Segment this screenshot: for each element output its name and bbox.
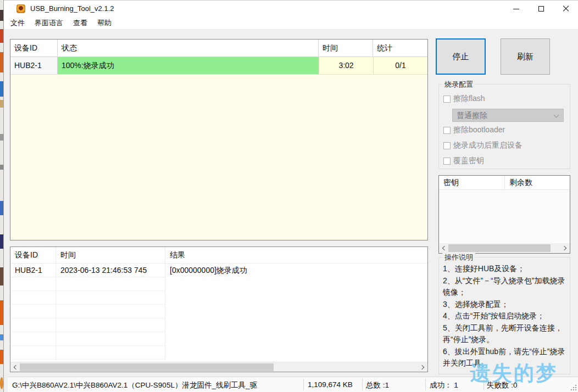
checkbox-reboot-after-success[interactable]: 烧录成功后重启设备 (443, 141, 523, 150)
burn-status-cell: 100%:烧录成功 (58, 57, 319, 74)
erase-mode-value: 普通擦除 (457, 111, 487, 120)
scrollbar-thumb[interactable] (20, 363, 274, 371)
device-table-header: 设备ID 状态 时间 统计 (10, 40, 427, 57)
usb-burning-tool-window: USB_Burning_Tool_v2.1.2 文件 界面语言 查看 帮助 设备… (0, 0, 578, 392)
status-total-count: 总数 :1 (366, 380, 389, 390)
erase-mode-select[interactable]: 普通擦除 (452, 109, 564, 122)
log-empty-row (10, 346, 427, 360)
menu-view[interactable]: 查看 (70, 17, 91, 29)
col-result: 结果 (165, 247, 427, 263)
checkbox-icon (443, 127, 451, 134)
log-empty-row (10, 318, 427, 332)
device-progress-table: 设备ID 状态 时间 统计 HUB2-1 100%:烧录成功 3:02 0/1 (10, 39, 428, 240)
app-icon (16, 4, 25, 13)
col-device-id: 设备ID (10, 40, 58, 57)
checkbox-erase-bootloader[interactable]: 擦除bootloader (443, 125, 505, 135)
refresh-button[interactable]: 刷新 (501, 38, 550, 75)
scroll-left-icon[interactable] (10, 362, 20, 372)
checkbox-erase-flash[interactable]: 擦除flash (443, 94, 485, 104)
checkbox-overwrite-key[interactable]: 覆盖密钥 (443, 156, 484, 166)
burn-stats-cell: 0/1 (373, 57, 427, 74)
scroll-left-icon[interactable] (439, 243, 448, 253)
col-remaining: 剩余数 (505, 176, 532, 189)
key-table-header: 密钥 剩余数 (439, 176, 570, 190)
menu-help[interactable]: 帮助 (94, 17, 115, 29)
instruction-line: 3、选择烧录配置； (443, 299, 568, 311)
log-table-hscrollbar[interactable] (10, 362, 427, 372)
col-stats: 统计 (373, 40, 427, 57)
menu-file[interactable]: 文件 (7, 17, 28, 29)
key-table-hscrollbar[interactable] (439, 243, 570, 253)
status-image-size: 1,109,674 KB (308, 380, 353, 389)
scrollbar-thumb[interactable] (448, 244, 551, 252)
log-time: 2023-06-13 21:46:53 745 (56, 264, 165, 277)
menu-bar: 文件 界面语言 查看 帮助 (4, 17, 578, 29)
log-empty-row (10, 277, 427, 291)
col-status: 状态 (58, 40, 319, 57)
main-window: USB_Burning_Tool_v2.1.2 文件 界面语言 查看 帮助 设备… (4, 0, 578, 392)
resize-grip[interactable] (571, 385, 576, 390)
device-id-cell: HUB2-1 (10, 57, 58, 74)
col-key: 密钥 (439, 176, 505, 189)
checkbox-icon (443, 96, 451, 103)
status-success-count: 成功： 1 (430, 380, 458, 390)
chevron-down-icon (554, 113, 559, 118)
status-firmware-path: G:\中兴B860AV2.1\中兴B860AV2.1（CPU-S905L）潜龙固… (12, 380, 300, 390)
menu-language[interactable]: 界面语言 (31, 17, 66, 29)
col-time: 时间 (56, 247, 165, 263)
title-bar: USB_Burning_Tool_v2.1.2 (4, 1, 578, 17)
instructions-text: 1、连接好HUB及设备； 2、从“文件”－“导入烧录包”加载烧录镜像； 3、选择… (443, 263, 568, 369)
burn-time-cell: 3:02 (319, 57, 373, 74)
log-empty-row (10, 332, 427, 346)
log-empty-row (10, 291, 427, 305)
burn-config-group: 烧录配置 擦除flash 普通擦除 擦除bootloader 烧录成功后重启设备… (438, 84, 570, 169)
col-device-id: 设备ID (10, 247, 56, 263)
instruction-line: 6、拔出外置hub前，请先“停止”烧录并关闭工具。 (443, 346, 568, 369)
log-table: 设备ID 时间 结果 HUB2-1 2023-06-13 21:46:53 74… (10, 247, 428, 372)
status-failed-count: 失败数 :0 (487, 380, 518, 390)
maximize-button[interactable] (529, 1, 553, 17)
col-time: 时间 (319, 40, 373, 57)
log-device-id: HUB2-1 (10, 264, 56, 277)
checkbox-icon (443, 142, 451, 149)
checkbox-icon (443, 158, 451, 165)
instruction-line: 4、点击“开始”按钮启动烧录； (443, 310, 568, 322)
burn-config-title: 烧录配置 (442, 80, 475, 89)
maximize-icon (538, 6, 544, 12)
stop-button[interactable]: 停止 (436, 38, 486, 75)
device-row[interactable]: HUB2-1 100%:烧录成功 3:02 0/1 (10, 57, 427, 75)
log-result: [0x00000000]烧录成功 (165, 264, 427, 277)
instruction-line: 1、连接好HUB及设备； (443, 263, 568, 275)
minimize-button[interactable] (504, 1, 529, 17)
close-icon (563, 5, 569, 12)
window-title: USB_Burning_Tool_v2.1.2 (30, 4, 114, 13)
log-row[interactable]: HUB2-1 2023-06-13 21:46:53 745 [0x000000… (10, 264, 427, 277)
status-bar: G:\中兴B860AV2.1\中兴B860AV2.1（CPU-S905L）潜龙固… (8, 377, 578, 392)
device-table-empty-area (10, 75, 427, 240)
instructions-group: 操作说明 1、连接好HUB及设备； 2、从“文件”－“导入烧录包”加载烧录镜像；… (438, 257, 570, 374)
key-table: 密钥 剩余数 (438, 175, 570, 254)
close-button[interactable] (553, 1, 578, 17)
log-table-header: 设备ID 时间 结果 (10, 247, 427, 264)
instruction-line: 2、从“文件”－“导入烧录包”加载烧录镜像； (443, 275, 568, 299)
scroll-right-icon[interactable] (418, 362, 427, 372)
instruction-line: 5、关闭工具前，先断开设备连接，再“停止”烧录。 (443, 322, 568, 346)
scroll-right-icon[interactable] (560, 243, 570, 253)
minimize-icon (513, 9, 519, 9)
log-empty-row (10, 305, 427, 318)
background-window-sliver (0, 0, 4, 392)
instructions-title: 操作说明 (442, 253, 475, 262)
